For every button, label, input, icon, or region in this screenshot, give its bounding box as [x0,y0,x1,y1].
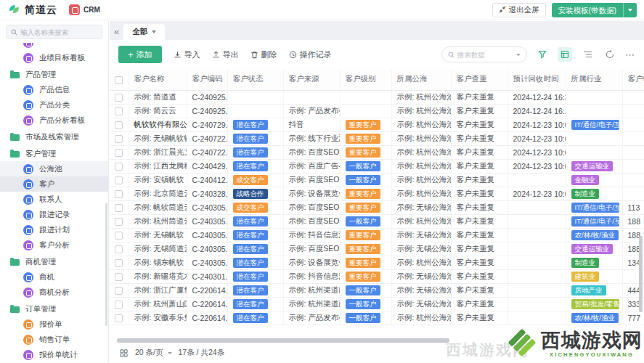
crm-app-badge[interactable]: CRM [69,4,100,15]
sidebar-item-17[interactable]: 订单管理 [0,301,108,317]
col-header-cb[interactable] [110,69,129,90]
sidebar-item-6[interactable]: 市场及线索管理 [0,129,108,144]
col-header-status[interactable]: 客户状态 [227,69,283,90]
row-checkbox[interactable] [115,204,123,212]
row-checkbox[interactable] [115,245,123,253]
table-search[interactable] [441,46,527,62]
table-row-12[interactable]: 示例: 锡东帆软C-240305..潜在客户示例: 设备展览促..重要客户示例:… [110,256,644,269]
table-view-icon[interactable] [558,47,572,62]
import-button[interactable]: 导入 [174,49,200,60]
table-row-10[interactable]: 示例: 无锡帆软C-240305..潜在客户示例: 抖音信息流重要客户示例: 无… [110,228,644,242]
collapse-sidebar-icon[interactable]: « [114,26,119,37]
row-checkbox[interactable] [115,135,123,143]
sidebar-item-20[interactable]: 报价单统计 [0,347,108,362]
col-header-phone[interactable]: 客户电话 [622,69,644,90]
operation-log-button[interactable]: 操作记录 [289,49,332,60]
add-button[interactable]: + 添加 [118,46,162,63]
display-mode-icon[interactable] [118,348,129,358]
row-checkbox[interactable] [115,314,123,322]
sidebar-item-2[interactable]: 产品管理 [0,67,108,82]
sidebar-item-15[interactable]: 商机 [0,269,108,285]
table-row-11[interactable]: 示例: 无锡简道云C-240305..潜在客户示例: 百度SEO重要客户示例: … [110,242,644,256]
col-header-code[interactable]: 客户编码 [187,69,227,90]
sidebar-item-9[interactable]: 客户 [0,176,108,192]
row-checkbox[interactable] [115,218,123,226]
row-checkbox[interactable] [115,107,123,115]
sidebar-item-14[interactable]: 商机管理 [0,254,108,269]
row-checkbox[interactable] [115,176,123,184]
col-header-name[interactable]: 客户名称 [129,69,187,90]
exit-fullscreen-button[interactable]: 退出全屏 [492,3,546,17]
sidebar-item-5[interactable]: 产品分析看板 [0,113,108,128]
sidebar-item-0[interactable] [0,43,108,50]
sidebar-item-11[interactable]: 跟进记录 [0,207,108,222]
row-checkbox[interactable] [115,287,123,295]
table-search-input[interactable] [457,51,513,59]
jiandaoyun-logo[interactable]: 简道云 [7,2,57,17]
row-checkbox[interactable] [115,301,123,309]
select-all-checkbox[interactable] [115,76,123,84]
row-checkbox[interactable] [115,94,123,102]
col-header-pool[interactable]: 所属公海 [391,69,451,90]
hierarchy-icon[interactable] [580,47,595,62]
col-header-source[interactable]: 客户来源 [283,69,340,90]
install-template-button[interactable]: 安装模板(带数据) [552,3,637,17]
row-checkbox[interactable] [115,232,123,240]
cell-level: 一般客户 [340,283,391,297]
sidebar-item-13[interactable]: 客户分析 [0,237,108,253]
table-row-7[interactable]: 示例: 北京简道云..C-240328..战略合作示例: 设备展览促..重要客户… [110,187,644,200]
vertical-scrollbar[interactable] [639,236,643,312]
col-header-time[interactable]: 预计回收时间 [508,69,566,90]
sidebar-item-19[interactable]: 销售订单 [0,332,108,347]
tab-all[interactable]: 全部 [123,24,165,40]
table-row-5[interactable]: 示例: 江西龙腾科..C-240429..潜在客户示例: 百度广告-SEM一般客… [110,159,644,173]
table-row-3[interactable]: 示例: 无锡帆软软件C-240722..潜在客户示例: 线下行业沙龙重要客户示例… [110,131,644,145]
row-checkbox[interactable] [115,273,123,281]
filter-icon[interactable] [535,47,550,62]
row-checkbox[interactable] [115,121,123,129]
table-row-15[interactable]: 示例: 杭州萧山国..C-220614..潜在客户示例: 杭州渠道商..一般客户… [110,297,644,311]
cell-pool: 示例: 杭州公海池 [391,173,451,187]
sidebar-item-12[interactable]: 跟进计划 [0,222,108,237]
sidebar-search-input[interactable] [20,28,97,36]
table-row-4[interactable]: 示例: 浙江晨光文..C-240722..潜在客户示例: 百度SEO重要客户示例… [110,145,644,159]
sidebar-item-10[interactable]: 联系人 [0,192,108,207]
table-row-2[interactable]: 帆软软件有限公司C-240729..潜在客户抖音重要客户示例: 杭州公海池客户未… [110,118,644,131]
cell-phone [622,173,644,187]
sidebar-item-8[interactable]: 公海池 [0,161,108,176]
export-button[interactable]: 导出 [212,49,239,60]
sidebar-item-18[interactable]: 报价单 [0,317,108,332]
col-header-level[interactable]: 客户级别 [340,69,391,90]
sidebar-item-1[interactable]: 业绩目标看板 [0,50,108,65]
sidebar-item-16[interactable]: 商机分析 [0,285,108,300]
col-header-industry[interactable]: 所属行业 [566,69,622,90]
row-checkbox[interactable] [115,163,123,171]
row-checkbox[interactable] [115,190,123,198]
sidebar-search[interactable] [6,25,102,39]
sidebar-item-4[interactable]: 产品分类 [0,97,108,113]
chevron-down-icon[interactable] [624,9,637,12]
table-row-16[interactable]: 示例: 安徽泰乐集团C-220614..潜在客户示例: 产品发布会..一般客户示… [110,311,644,325]
more-options-icon[interactable]: ⋯ [625,49,635,60]
sidebar-item-7[interactable]: 客户管理 [0,146,108,161]
table-row-13[interactable]: 示例: 新疆塔克水..C-240301..潜在客户示例: 抖音信息流重要客户示例… [110,269,644,283]
cell-industry: 房地产业 [566,283,622,297]
table-row-9[interactable]: 示例: 杭州简道云C-240305..潜在客户示例: 百度SEO一般客户示例: … [110,214,644,228]
refresh-icon[interactable] [603,47,617,62]
col-header-dup[interactable]: 客户查重 [451,69,508,90]
table-row-0[interactable]: 示例: 简道道C-240925..示例: 杭州公海池客户未重复2024-12-2… [110,90,644,104]
table-row-8[interactable]: 示例: 帆软简道云C-240305..成交客户示例: 百度SEO重要客户示例: … [110,200,644,214]
cell-time [508,283,566,297]
cell-industry: 交通运输业 [566,159,622,173]
delete-button[interactable]: 删除 [250,49,277,60]
page-size-select[interactable]: 20 条/页 [135,348,172,358]
sidebar-item-3[interactable]: 产品信息 [0,82,108,97]
table-row-1[interactable]: 示例: 简云云C-240925..示例: 产品发布会..示例: 杭州公海池客户未… [110,104,644,118]
table-row-14[interactable]: 示例: 浙江广厦集团C-220614..潜在客户示例: 杭州渠道商..一般客户示… [110,283,644,297]
horizontal-scrollbar[interactable] [117,338,635,343]
chevron-down-icon[interactable] [516,54,521,56]
row-checkbox[interactable] [115,149,123,157]
row-checkbox[interactable] [115,259,123,267]
table-row-6[interactable]: 示例: 安镇帆软C-240412..成交客户示例: 百度SEO一般客户示例: 杭… [110,173,644,187]
sidebar-scrollbar[interactable] [105,203,107,326]
